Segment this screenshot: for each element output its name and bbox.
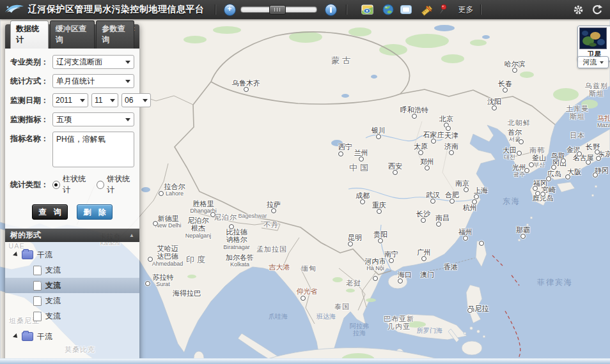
folder-icon (22, 332, 33, 341)
map-label: 南宁 (384, 250, 398, 258)
tree-item[interactable]: 支流 (5, 293, 139, 308)
toolbar-divider (346, 4, 347, 15)
chevron-down-icon (80, 99, 85, 102)
form-buttons: 查 询 删 除 (10, 204, 134, 220)
gear-icon[interactable] (572, 3, 584, 16)
year-select[interactable]: 2011 (52, 93, 88, 107)
measure-icon[interactable] (420, 3, 433, 16)
tree-item[interactable]: 支流 (5, 262, 139, 278)
document-icon (33, 296, 42, 306)
date-label: 监测日期： (10, 95, 52, 106)
city-marker (359, 156, 364, 162)
map-label: 尼泊尔 (214, 213, 237, 221)
map-label: 不丹 (263, 221, 279, 229)
tree-section-title: 树的形式 (10, 230, 41, 241)
expand-triangle-icon[interactable] (13, 333, 19, 340)
city-marker (376, 134, 381, 139)
left-panel: « ✕ 数据统计缓冲区查询参数查询 专业类别： 辽河支流断面 统计方式： 单月值… (5, 24, 139, 364)
indicator-names-input[interactable]: PH值，溶解氧 (52, 132, 134, 167)
tree-item-label: 支流 (45, 265, 61, 276)
panel-tabs: 数据统计缓冲区查询参数查询 (9, 33, 136, 49)
form-row-indicator-names: 指标名称： PH值，溶解氧 (10, 132, 134, 167)
zoom-in-button[interactable]: + (224, 4, 236, 16)
map-label: 乌兹别斯坦 (585, 82, 608, 98)
tab-1[interactable]: 数据统计 (10, 20, 49, 49)
map-label: 昆明 (348, 234, 362, 241)
map-label: 爪哇海 (269, 313, 288, 320)
map-label: 呼和浩特 (400, 106, 428, 114)
city-marker (449, 150, 454, 155)
map-label: 仰光省 (297, 287, 318, 295)
tree-item[interactable]: 支流 (5, 308, 139, 324)
stat-method-label: 统计方式： (10, 76, 52, 87)
tree-item[interactable]: 支流 (5, 278, 139, 293)
date-selects: 2011 11 06 (52, 93, 151, 107)
overview-map-icon[interactable] (361, 3, 374, 16)
city-marker (479, 241, 484, 246)
logout-icon[interactable] (591, 3, 604, 16)
map-label: 新德里New Delhi (155, 215, 181, 229)
map-label: 中国 (349, 163, 371, 173)
stat-type-option[interactable]: 饼状统计 (97, 174, 134, 195)
chevron-down-icon (125, 80, 130, 83)
tab-2[interactable]: 缓冲区查询 (50, 20, 95, 49)
globe-icon[interactable] (382, 3, 395, 16)
map-label: 银川 (371, 126, 386, 134)
stat-method-select[interactable]: 单月值统计 (52, 74, 134, 88)
tree-item-label: 支流 (45, 311, 61, 322)
chevron-down-icon (600, 61, 604, 64)
map-label: 所罗门海 (417, 327, 442, 334)
month-select[interactable]: 11 (91, 93, 118, 107)
zoom-slider[interactable] (240, 6, 317, 13)
map-label: 广州 (417, 248, 431, 256)
zoom-slider-thumb[interactable] (269, 5, 286, 15)
radio-selected-icon[interactable] (52, 181, 60, 189)
city-marker (244, 87, 249, 92)
map-label: 合肥 (445, 191, 459, 199)
map-label: 吉大港 (269, 263, 290, 271)
form-row-indicator-count: 监测指标： 五项 (10, 112, 134, 126)
city-marker (593, 172, 598, 178)
indicator-count-select[interactable]: 五项 (52, 112, 134, 126)
map-label: 尼泊尔根杰Nepalganj (185, 216, 212, 239)
chevron-down-icon (125, 118, 130, 121)
zoom-full-extent-button[interactable] (325, 4, 337, 16)
map-label: 太原 (414, 142, 428, 150)
screen-icon[interactable] (400, 3, 412, 16)
indicator-names-label: 指标名称： (10, 133, 52, 144)
category-value: 辽河支流断面 (56, 57, 102, 68)
stat-type-option[interactable]: 柱状统计 (52, 174, 90, 195)
more-menu[interactable]: 更多 (458, 4, 474, 15)
map-label: 东海 (503, 197, 520, 206)
rivers-layer-button[interactable]: 河流 (577, 56, 609, 68)
query-button[interactable]: 查 询 (32, 204, 68, 220)
map-label: 武汉 (426, 191, 440, 199)
city-marker (492, 105, 497, 110)
city-marker (229, 224, 234, 229)
expand-triangle-icon[interactable] (13, 252, 19, 258)
tree-section-header[interactable]: 树的形式 ▲ (5, 229, 139, 242)
map-label: 北京 (439, 115, 453, 123)
satellite-thumbnail (579, 27, 607, 49)
map-label: 重庆 (372, 201, 386, 209)
city-marker (398, 278, 403, 284)
form-row-stat-method: 统计方式： 单月值统计 (10, 74, 134, 88)
tab-3[interactable]: 参数查询 (96, 20, 134, 49)
map-label: 兰州 (354, 149, 368, 156)
radio-unselected-icon[interactable] (97, 181, 104, 189)
category-select[interactable]: 辽河支流断面 (52, 55, 134, 69)
tree-item-label: 干流 (37, 331, 52, 342)
city-marker (436, 222, 441, 227)
map-label: 蒙古 (331, 56, 353, 66)
map-label: 泰国 (334, 303, 350, 310)
pushpin-icon[interactable] (437, 3, 450, 16)
tree-item[interactable]: 干流 (5, 247, 139, 262)
day-select[interactable]: 06 (121, 93, 151, 107)
city-marker (393, 170, 398, 175)
city-marker (565, 174, 570, 179)
tree-item[interactable]: 干流 (5, 329, 139, 344)
city-marker (373, 276, 378, 281)
delete-button[interactable]: 删 除 (77, 204, 113, 220)
map-label: 拉萨 (267, 201, 281, 208)
map-label: 南昌 (435, 214, 450, 222)
